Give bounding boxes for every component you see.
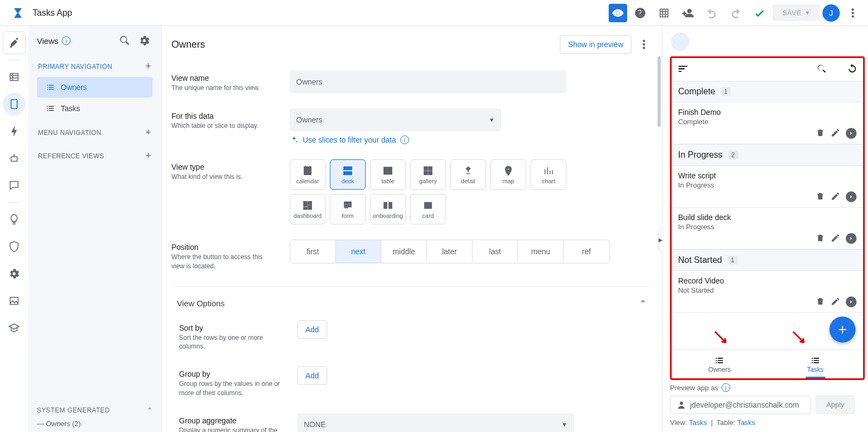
input-view-name[interactable]: Owners	[290, 70, 566, 93]
views-settings[interactable]	[136, 33, 152, 49]
rail-actions[interactable]	[3, 120, 25, 143]
phone-sync-icon[interactable]	[847, 63, 858, 76]
rail-security[interactable]	[3, 235, 25, 258]
view-type-detail[interactable]: detail	[450, 159, 486, 190]
keyboard-shortcuts-button[interactable]	[653, 2, 675, 24]
phone-search-icon[interactable]	[816, 63, 827, 76]
preview-toggle-button[interactable]	[609, 4, 627, 22]
card-open[interactable]	[846, 191, 857, 202]
consistency-check-button[interactable]	[749, 2, 770, 24]
phone-sort-icon[interactable]	[677, 63, 689, 76]
avatar[interactable]: J	[822, 4, 840, 22]
share-button[interactable]	[677, 2, 699, 24]
preview-card[interactable]: Write scriptIn Progress	[672, 166, 863, 208]
position-later[interactable]: later	[427, 240, 473, 263]
preview-open-new[interactable]	[845, 33, 864, 51]
card-delete[interactable]	[815, 233, 825, 244]
view-type-card[interactable]: card	[410, 194, 446, 224]
redo-button[interactable]	[725, 2, 746, 24]
select-for-data[interactable]: Owners▼	[290, 108, 501, 131]
section-ref-views[interactable]: REFERENCE VIEWS+	[35, 146, 155, 166]
preview-tablet-tab[interactable]	[695, 33, 713, 51]
card-open[interactable]	[846, 128, 857, 139]
view-type-dashboard[interactable]: dashboard	[290, 194, 326, 224]
card-delete[interactable]	[815, 128, 825, 139]
rail-bots[interactable]	[3, 147, 25, 170]
views-search[interactable]	[117, 33, 133, 49]
preview-phone-tab[interactable]	[671, 33, 690, 51]
show-in-preview-button[interactable]: Show in preview	[560, 35, 631, 54]
section-system-generated[interactable]: SYSTEM GENERATED⌃	[28, 401, 161, 420]
add-menu-view[interactable]: +	[145, 127, 151, 138]
slice-info-icon[interactable]: i	[400, 136, 409, 144]
group-header[interactable]: Complete1	[672, 81, 863, 102]
section-primary-nav[interactable]: PRIMARY NAVIGATION+	[35, 56, 155, 76]
card-open[interactable]	[846, 233, 857, 244]
collapse-preview[interactable]: ▶	[658, 229, 662, 251]
card-edit[interactable]	[831, 191, 840, 203]
editor-more-button[interactable]	[636, 34, 652, 55]
preview-as-info[interactable]: i	[722, 383, 730, 392]
save-button[interactable]: SAVE▼	[773, 4, 820, 21]
sort-by-add[interactable]: Add	[297, 320, 327, 339]
help-button[interactable]	[629, 2, 651, 24]
appsheet-logo[interactable]	[11, 5, 26, 21]
view-type-onboarding[interactable]: onboarding	[370, 194, 406, 224]
rail-data[interactable]	[3, 66, 25, 88]
views-info-icon[interactable]: i	[62, 36, 71, 45]
view-item-tasks[interactable]: Tasks	[37, 98, 152, 119]
group-by-add[interactable]: Add	[297, 366, 327, 385]
card-delete[interactable]	[815, 191, 825, 203]
app-menu-button[interactable]	[842, 2, 864, 24]
preview-apply-button[interactable]: Apply	[815, 395, 855, 414]
scrollbar[interactable]	[658, 56, 661, 127]
preview-card[interactable]: Record VideoNot Started	[672, 271, 863, 313]
view-type-calendar[interactable]: calendar	[290, 159, 326, 190]
rail-intelligence[interactable]	[3, 208, 25, 231]
editor-panel: Owners Show in preview View nameThe uniq…	[162, 26, 662, 432]
position-menu[interactable]: menu	[518, 240, 564, 263]
position-ref[interactable]: ref	[564, 240, 609, 263]
rail-chat[interactable]	[3, 174, 25, 197]
group-aggregate-select[interactable]: NONE▼	[297, 413, 574, 432]
view-type-map[interactable]: map	[490, 159, 526, 190]
card-edit[interactable]	[831, 128, 840, 139]
bottom-nav-owners[interactable]: Owners	[672, 350, 768, 378]
preview-card[interactable]: Build slide deckIn Progress	[672, 208, 863, 249]
view-type-deck[interactable]: deck	[330, 159, 366, 190]
phone-select-icon[interactable]	[832, 63, 843, 76]
rail-settings[interactable]	[3, 262, 25, 285]
rail-magic-button[interactable]	[3, 31, 25, 54]
view-type-table[interactable]: table	[370, 159, 406, 190]
position-next[interactable]: next	[336, 240, 381, 263]
card-edit[interactable]	[831, 233, 840, 244]
section-menu-nav[interactable]: MENU NAVIGATION+	[35, 122, 155, 143]
card-edit[interactable]	[831, 296, 840, 308]
position-middle[interactable]: middle	[381, 240, 427, 263]
add-ref-view[interactable]: +	[145, 150, 151, 162]
bottom-nav-tasks[interactable]: Tasks	[768, 350, 864, 378]
view-type-gallery[interactable]: gallery	[410, 159, 446, 190]
group-header[interactable]: In Progress2	[672, 144, 863, 166]
card-delete[interactable]	[815, 296, 825, 308]
view-item-owners[interactable]: Owners	[37, 77, 152, 98]
rail-learn[interactable]	[3, 317, 25, 339]
position-first[interactable]: first	[290, 240, 336, 263]
group-header[interactable]: Not Started1	[672, 249, 863, 271]
footer-view-link[interactable]: Tasks	[689, 418, 707, 427]
fab-add[interactable]: +	[829, 317, 856, 343]
preview-user-select[interactable]: jdeveloper@christianschalk.com	[670, 396, 811, 414]
sysgen-item[interactable]: — Owners (2)	[28, 420, 161, 432]
preview-card[interactable]: Finish DemoComplete	[672, 102, 863, 144]
view-options-header[interactable]: View Options⌃	[171, 294, 652, 313]
position-last[interactable]: last	[473, 240, 518, 263]
rail-views[interactable]	[3, 93, 25, 115]
slice-hint[interactable]: Use slices to filter your datai	[290, 136, 652, 144]
card-open[interactable]	[846, 296, 857, 307]
add-primary-view[interactable]: +	[145, 61, 151, 72]
view-type-form[interactable]: form	[330, 194, 366, 224]
footer-table-link[interactable]: Tasks	[737, 418, 755, 427]
view-type-chart[interactable]: chart	[531, 159, 566, 190]
rail-theme[interactable]	[3, 289, 25, 312]
undo-button[interactable]	[701, 2, 723, 24]
